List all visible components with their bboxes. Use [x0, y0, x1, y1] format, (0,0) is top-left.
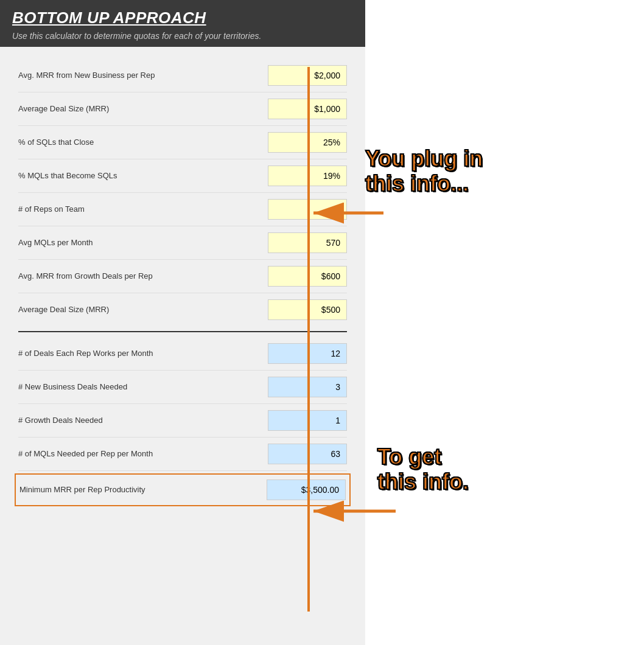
- input-label: Average Deal Size (MRR): [18, 304, 268, 315]
- section-divider: [18, 331, 347, 332]
- output-row: # Growth Deals Needed: [18, 404, 347, 438]
- calculator-container: BOTTOM UP APPROACH Use this calculator t…: [0, 0, 365, 645]
- input-label: # of Reps on Team: [18, 204, 268, 215]
- outputs-section: # of Deals Each Rep Works per Month# New…: [18, 337, 347, 506]
- output-row: # of MQLs Needed per Rep per Month: [18, 438, 347, 471]
- output-label: # of MQLs Needed per Rep per Month: [18, 448, 268, 459]
- input-row: % of SQLs that Close: [18, 126, 347, 159]
- output-row: # New Business Deals Needed: [18, 371, 347, 404]
- plug-in-annotation: You plug inthis info...: [365, 146, 578, 197]
- input-row: Average Deal Size (MRR): [18, 293, 347, 326]
- input-row: Avg. MRR from Growth Deals per Rep: [18, 260, 347, 293]
- output-label: Minimum MRR per Rep Productivity: [19, 484, 267, 495]
- to-get-arrow: [304, 493, 402, 529]
- output-label: # of Deals Each Rep Works per Month: [18, 348, 268, 359]
- header-subtitle: Use this calculator to determine quotas …: [12, 31, 353, 41]
- input-row: Avg MQLs per Month: [18, 226, 347, 260]
- input-label: Avg MQLs per Month: [18, 237, 268, 248]
- input-label: Average Deal Size (MRR): [18, 103, 268, 114]
- output-label: # Growth Deals Needed: [18, 415, 268, 426]
- plug-in-arrow: [304, 195, 390, 231]
- output-row-highlighted: Minimum MRR per Rep Productivity: [19, 477, 346, 503]
- input-row: Average Deal Size (MRR): [18, 92, 347, 126]
- calculator-body: Avg. MRR from New Business per RepAverag…: [0, 47, 365, 521]
- highlighted-output-wrapper: Minimum MRR per Rep Productivity: [15, 473, 351, 506]
- input-label: % MQLs that Become SQLs: [18, 170, 268, 181]
- vertical-divider: [307, 67, 310, 612]
- input-row: % MQLs that Become SQLs: [18, 159, 347, 193]
- output-label: # New Business Deals Needed: [18, 382, 268, 392]
- input-label: % of SQLs that Close: [18, 137, 268, 148]
- input-label: Avg. MRR from Growth Deals per Rep: [18, 271, 268, 282]
- input-label: Avg. MRR from New Business per Rep: [18, 70, 268, 81]
- header: BOTTOM UP APPROACH Use this calculator t…: [0, 0, 365, 47]
- to-get-annotation: To getthis info.: [377, 444, 572, 495]
- page-title: BOTTOM UP APPROACH: [12, 9, 353, 27]
- input-row: # of Reps on Team: [18, 193, 347, 226]
- inputs-section: Avg. MRR from New Business per RepAverag…: [18, 59, 347, 326]
- output-row: # of Deals Each Rep Works per Month: [18, 337, 347, 371]
- input-row: Avg. MRR from New Business per Rep: [18, 59, 347, 92]
